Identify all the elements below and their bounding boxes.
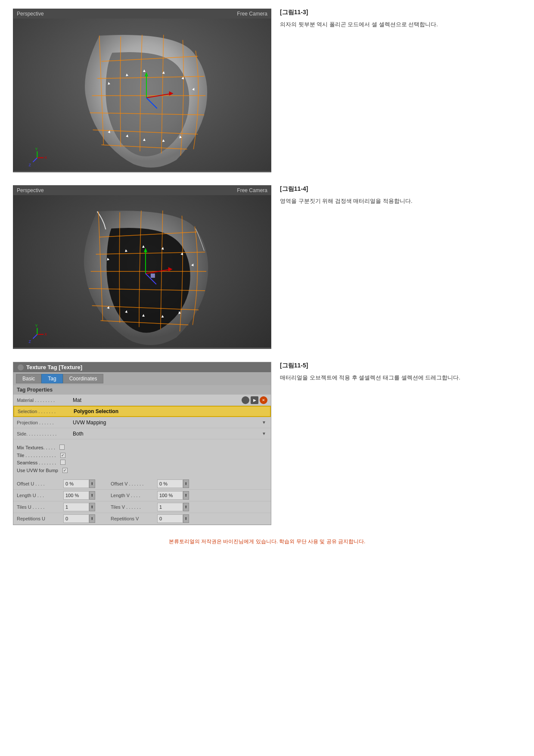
tab-tag[interactable]: Tag <box>41 374 62 383</box>
projection-value: UVW Mapping <box>73 420 259 426</box>
panel-row-side: Side. . . . . . . . . . . . Both ▼ <box>13 428 271 439</box>
tile-checkbox[interactable]: ✓ <box>60 453 65 458</box>
svg-rect-39 <box>151 274 155 278</box>
svg-text:X: X <box>44 156 47 160</box>
projection-label: Projection . . . . . . <box>17 420 73 425</box>
rep-u-label: Repetitions U <box>17 516 60 521</box>
svg-line-55 <box>33 334 37 339</box>
offset-v-stepper[interactable]: ⬆ <box>183 479 189 488</box>
rep-u-group: 0 ⬆ <box>63 514 95 523</box>
3d-model-svg-2: ▲ ▲ ▲ ▲ ▲ ▲ ▲ ▲ ▲ ▲ ▲ X Y <box>13 195 271 348</box>
tiles-v-input[interactable]: 1 <box>157 503 183 511</box>
tiles-v-group: 1 ⬆ <box>157 503 189 511</box>
svg-text:Z: Z <box>28 339 31 344</box>
offset-u-input[interactable]: 0 % <box>63 479 89 488</box>
svg-line-26 <box>33 158 37 162</box>
section-2: Perspective Free Camera Selected Total O… <box>13 185 521 349</box>
caption-2-title: [그림11-4] <box>280 185 512 193</box>
length-u-label: Length U . . . <box>17 493 60 498</box>
seamless-checkbox[interactable] <box>60 460 65 465</box>
offset-v-input[interactable]: 0 % <box>157 479 183 488</box>
panel-gap-2 <box>13 474 271 478</box>
rep-u-input[interactable]: 0 <box>63 514 89 523</box>
length-u-input[interactable]: 100 % <box>63 491 89 500</box>
side-value: Both <box>73 431 259 437</box>
texture-panel: Texture Tag [Texture] Basic Tag Coordina… <box>13 362 271 525</box>
material-icon-1[interactable] <box>242 396 249 404</box>
material-icon-2[interactable]: ▶ <box>251 396 258 404</box>
length-u-stepper[interactable]: ⬆ <box>89 491 95 500</box>
svg-text:X: X <box>44 332 47 336</box>
viewport-2: Perspective Free Camera Selected Total O… <box>13 185 271 349</box>
offset-v-group: 0 % ⬆ <box>157 479 189 488</box>
panel-row-projection: Projection . . . . . . UVW Mapping ▼ <box>13 417 271 428</box>
tiles-u-group: 1 ⬆ <box>63 503 95 511</box>
side-label: Side. . . . . . . . . . . . <box>17 431 73 436</box>
num-row-repetitions: Repetitions U 0 ⬆ Repetitions V 0 ⬆ <box>13 513 271 525</box>
tab-basic[interactable]: Basic <box>16 374 41 383</box>
use-uvw-label: Use UVW for Bump <box>17 468 58 473</box>
panel-dot <box>18 364 24 370</box>
svg-text:▲: ▲ <box>124 72 130 78</box>
tiles-v-stepper[interactable]: ⬆ <box>183 503 189 511</box>
tiles-u-input[interactable]: 1 <box>63 503 89 511</box>
tiles-u-label: Tiles U . . . . . <box>17 504 60 510</box>
panel-section-label: Tag Properties <box>13 385 271 395</box>
svg-text:▲: ▲ <box>124 248 129 253</box>
svg-text:▲: ▲ <box>142 137 147 142</box>
panel-row-material: Material . . . . . . . . Mat ▶ ✕ <box>13 395 271 406</box>
svg-text:Y: Y <box>35 324 37 328</box>
viewport-1-camera: Free Camera <box>237 11 267 17</box>
svg-text:Y: Y <box>35 147 37 151</box>
tab-coordinates[interactable]: Coordinates <box>63 374 104 383</box>
viewport-1-canvas: ▲ ▲ ▲ ▲ ▲ ▲ ▲ ▲ ▲ ▲ ▲ X Y <box>13 19 271 171</box>
mix-textures-checkbox[interactable] <box>59 445 65 450</box>
caption-2-text: 영역을 구분짓기 위해 검정색 매터리얼을 적용합니다. <box>280 196 512 206</box>
use-uvw-checkbox[interactable]: ✓ <box>62 468 68 473</box>
projection-dropdown[interactable]: ▼ <box>261 419 267 426</box>
section-1: Perspective Free Camera Selected Total O… <box>13 9 521 172</box>
viewport-2-label: Perspective <box>17 187 44 193</box>
side-dropdown[interactable]: ▼ <box>261 430 267 437</box>
num-row-tiles: Tiles U . . . . . 1 ⬆ Tiles V . . . . . … <box>13 501 271 513</box>
caption-3-title: [그림11-5] <box>280 362 512 370</box>
svg-text:▲: ▲ <box>160 314 165 319</box>
panel-gap <box>13 439 271 444</box>
rep-u-stepper[interactable]: ⬆ <box>89 514 95 523</box>
svg-text:▲: ▲ <box>161 138 166 143</box>
viewport-2-canvas: ▲ ▲ ▲ ▲ ▲ ▲ ▲ ▲ ▲ ▲ ▲ X Y <box>13 195 271 348</box>
svg-text:▲: ▲ <box>161 69 166 75</box>
material-icon-3[interactable]: ✕ <box>260 396 267 404</box>
seamless-label: Seamless . . . . . . . <box>17 460 56 465</box>
rep-v-input[interactable]: 0 <box>157 514 183 523</box>
material-value: Mat <box>73 397 242 403</box>
tile-label: Tile . . . . . . . . . . . . <box>17 453 56 458</box>
length-v-input[interactable]: 100 % <box>157 491 183 500</box>
3d-model-svg-1: ▲ ▲ ▲ ▲ ▲ ▲ ▲ ▲ ▲ ▲ ▲ X Y <box>13 19 271 171</box>
length-v-group: 100 % ⬆ <box>157 491 189 500</box>
length-v-label: Length V . . . . <box>111 493 154 498</box>
panel-titlebar: Texture Tag [Texture] <box>13 362 271 372</box>
page-container: Perspective Free Camera Selected Total O… <box>0 0 534 558</box>
num-row-offset: Offset U . . . . 0 % ⬆ Offset V . . . . … <box>13 478 271 490</box>
rep-v-stepper[interactable]: ⬆ <box>183 514 189 523</box>
offset-u-stepper[interactable]: ⬆ <box>89 479 95 488</box>
num-row-length: Length U . . . 100 % ⬆ Length V . . . . … <box>13 490 271 501</box>
length-v-stepper[interactable]: ⬆ <box>183 491 189 500</box>
panel-tabs: Basic Tag Coordinates <box>13 372 271 385</box>
viewport-1-header: Perspective Free Camera <box>13 9 271 19</box>
svg-text:▲: ▲ <box>142 68 146 73</box>
viewport-2-header: Perspective Free Camera <box>13 186 271 195</box>
material-icons: ▶ ✕ <box>242 396 267 404</box>
checkbox-use-uvw: Use UVW for Bump ✓ <box>13 467 271 474</box>
length-u-group: 100 % ⬆ <box>63 491 95 500</box>
selection-value: Polygon Selection <box>74 408 267 414</box>
caption-2: [그림11-4] 영역을 구분짓기 위해 검정색 매터리얼을 적용합니다. <box>271 185 521 206</box>
viewport-2-camera: Free Camera <box>237 187 267 193</box>
rep-v-label: Repetitions V <box>111 516 154 521</box>
tiles-u-stepper[interactable]: ⬆ <box>89 503 95 511</box>
caption-1: [그림11-3] 의자의 뒷부분 역시 폴리곤 모드에서 셀 셀렉션으로 선택합… <box>271 9 521 29</box>
svg-text:▲: ▲ <box>141 244 146 249</box>
offset-v-label: Offset V . . . . . . <box>111 481 154 486</box>
material-label: Material . . . . . . . . <box>17 398 73 403</box>
